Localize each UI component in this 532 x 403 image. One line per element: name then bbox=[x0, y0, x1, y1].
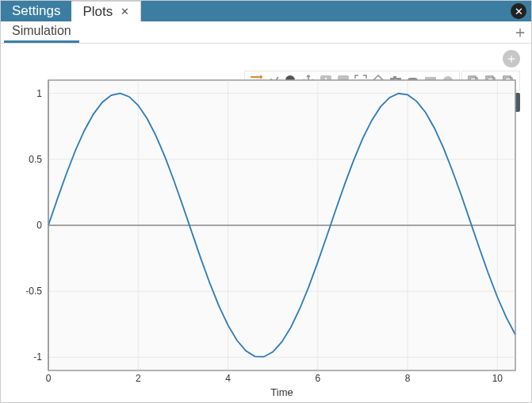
svg-text:0: 0 bbox=[46, 373, 52, 384]
svg-text:-0.5: -0.5 bbox=[25, 286, 42, 297]
tab-plots[interactable]: Plots ✕ bbox=[71, 1, 141, 21]
add-tab-icon[interactable]: ＋ bbox=[512, 25, 528, 40]
sub-tab-simulation[interactable]: Simulation bbox=[4, 21, 79, 43]
svg-text:0: 0 bbox=[36, 220, 42, 231]
svg-text:8: 8 bbox=[405, 373, 411, 384]
tab-settings[interactable]: Settings bbox=[1, 1, 71, 21]
panel-close-icon[interactable]: ✕ bbox=[511, 3, 526, 19]
plot-area: ＋ Copy to clipboard bbox=[1, 44, 531, 402]
svg-text:6: 6 bbox=[315, 373, 320, 384]
svg-text:4: 4 bbox=[225, 373, 231, 384]
svg-text:0.5: 0.5 bbox=[29, 154, 42, 165]
svg-text:Time: Time bbox=[270, 386, 293, 398]
tab-plots-label: Plots bbox=[82, 4, 113, 20]
svg-text:2: 2 bbox=[136, 373, 141, 384]
close-icon[interactable]: ✕ bbox=[121, 6, 129, 17]
sub-tab-bar: Simulation ＋ bbox=[1, 21, 531, 44]
plots-panel: Settings Plots ✕ ✕ Simulation ＋ ＋ bbox=[0, 0, 532, 403]
top-tab-bar: Settings Plots ✕ ✕ bbox=[1, 1, 531, 21]
svg-text:10: 10 bbox=[492, 373, 503, 384]
svg-text:1: 1 bbox=[36, 88, 42, 99]
line-chart[interactable]: 0246810-1-0.500.51Time bbox=[1, 44, 531, 402]
svg-text:-1: -1 bbox=[33, 351, 42, 363]
